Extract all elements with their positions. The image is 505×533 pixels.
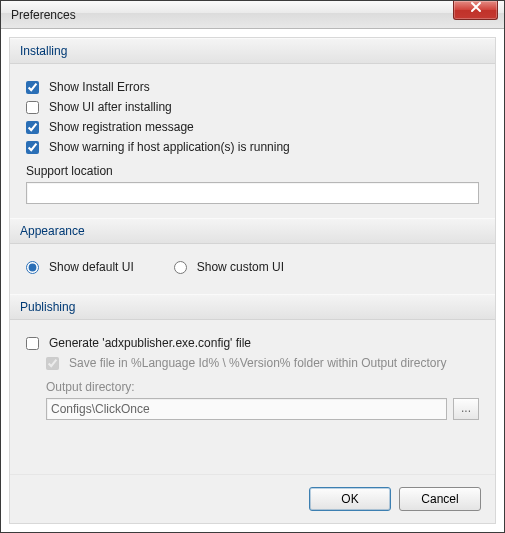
dialog-footer: OK Cancel bbox=[10, 474, 495, 523]
close-button[interactable] bbox=[453, 1, 498, 20]
section-header-appearance: Appearance bbox=[10, 218, 495, 244]
output-directory-input bbox=[46, 398, 447, 420]
cancel-button[interactable]: Cancel bbox=[399, 487, 481, 511]
save-in-folder-label: Save file in %Language Id% \ %Version% f… bbox=[69, 356, 447, 370]
show-install-errors-checkbox[interactable] bbox=[26, 81, 39, 94]
section-header-publishing: Publishing bbox=[10, 294, 495, 320]
show-registration-checkbox[interactable] bbox=[26, 121, 39, 134]
show-custom-ui-label: Show custom UI bbox=[197, 260, 284, 274]
ok-button[interactable]: OK bbox=[309, 487, 391, 511]
output-directory-label: Output directory: bbox=[46, 380, 479, 394]
show-registration-label: Show registration message bbox=[49, 120, 194, 134]
support-location-label: Support location bbox=[26, 164, 479, 178]
show-install-errors-label: Show Install Errors bbox=[49, 80, 150, 94]
browse-button[interactable]: ... bbox=[453, 398, 479, 420]
show-custom-ui-radio[interactable] bbox=[174, 261, 187, 274]
window-title: Preferences bbox=[11, 8, 76, 22]
support-location-input[interactable] bbox=[26, 182, 479, 204]
save-in-folder-checkbox bbox=[46, 357, 59, 370]
titlebar: Preferences bbox=[1, 1, 504, 29]
generate-config-label: Generate 'adxpublisher.exe.config' file bbox=[49, 336, 251, 350]
section-installing: Show Install Errors Show UI after instal… bbox=[10, 64, 495, 218]
close-icon bbox=[470, 1, 482, 13]
show-ui-after-checkbox[interactable] bbox=[26, 101, 39, 114]
section-publishing: Generate 'adxpublisher.exe.config' file … bbox=[10, 320, 495, 434]
section-header-installing: Installing bbox=[10, 38, 495, 64]
show-default-ui-radio[interactable] bbox=[26, 261, 39, 274]
show-warning-host-label: Show warning if host application(s) is r… bbox=[49, 140, 290, 154]
show-ui-after-label: Show UI after installing bbox=[49, 100, 172, 114]
section-appearance: Show default UI Show custom UI bbox=[10, 244, 495, 294]
show-warning-host-checkbox[interactable] bbox=[26, 141, 39, 154]
show-default-ui-label: Show default UI bbox=[49, 260, 134, 274]
preferences-dialog: Preferences Installing Show Install Erro… bbox=[0, 0, 505, 533]
generate-config-checkbox[interactable] bbox=[26, 337, 39, 350]
